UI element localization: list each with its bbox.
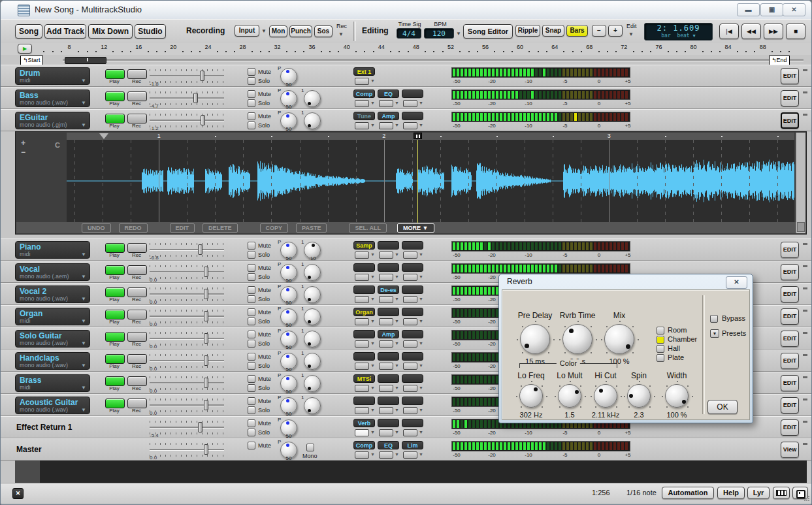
effect-slot[interactable]: De-es [378,285,399,294]
restore-button[interactable]: ▣ [760,3,783,16]
row-collapse-handle[interactable] [803,91,807,93]
room-type-checkbox-plate[interactable] [657,354,664,362]
solo-checkbox[interactable] [248,122,255,129]
hi-cut-knob[interactable] [594,384,617,408]
effect-slot-button[interactable] [355,451,369,459]
effect-slot-dropdown-icon[interactable]: ▼ [370,123,375,127]
punch-button[interactable]: Punch [289,25,312,37]
play-button[interactable]: ▶ [18,44,32,54]
mix-down-button[interactable]: Mix Down [88,24,133,39]
rec-button[interactable] [127,310,147,319]
play-button[interactable] [105,287,125,297]
close-button[interactable]: ✕ [783,3,805,16]
aux-knob[interactable] [304,286,321,303]
volume-slider[interactable] [150,449,224,451]
effect-slot-button[interactable] [379,451,393,459]
skip-start-button[interactable]: |◀ [719,24,739,39]
editor-redo-button[interactable]: REDO [119,223,148,233]
effect-slot[interactable] [378,397,399,405]
volume-slider-thumb[interactable] [204,444,208,455]
effect-slot[interactable] [378,308,399,316]
row-collapse-handle[interactable] [803,376,807,378]
mute-checkbox[interactable] [248,442,255,449]
edit-button[interactable]: EDIT [781,331,799,347]
effect-slot-dropdown-icon[interactable]: ▼ [419,101,423,105]
effect-slot-button[interactable] [355,78,369,85]
track-dropdown-icon[interactable]: ▼ [81,252,86,257]
lo-mult-knob[interactable] [558,384,581,408]
effect-slot-dropdown-icon[interactable]: ▼ [395,408,399,412]
solo-checkbox[interactable] [248,406,255,414]
track-name-box[interactable]: Pianomidi▼ [15,241,90,259]
edit-button[interactable]: EDIT [781,375,799,391]
volume-slider[interactable] [150,404,224,406]
rewind-button[interactable]: ◀◀ [741,24,761,39]
zoom-scrollbar-thumb[interactable] [65,57,106,64]
edit-button[interactable]: EDIT [781,242,799,258]
mute-checkbox[interactable] [248,90,255,98]
effect-slot-dropdown-icon[interactable]: ▼ [395,123,399,127]
input-button[interactable]: Input [235,25,259,37]
aux-knob[interactable] [304,331,321,348]
effect-slot-dropdown-icon[interactable]: ▼ [370,319,375,323]
rec-button[interactable] [127,287,147,297]
track-dropdown-icon[interactable]: ▼ [81,340,86,346]
mix-knob[interactable] [604,324,634,354]
volume-slider-thumb[interactable] [200,71,204,81]
play-button[interactable] [105,354,125,364]
lo-freq-knob[interactable] [519,384,543,408]
row-collapse-handle[interactable] [803,69,807,71]
rvrb-time-knob[interactable] [562,324,593,354]
effect-slot-dropdown-icon[interactable]: ▼ [370,101,375,105]
volume-slider-thumb[interactable] [198,422,203,432]
effect-slot-button[interactable] [379,363,393,370]
effect-slot[interactable] [402,112,423,120]
effect-slot-dropdown-icon[interactable]: ▼ [419,341,423,346]
effect-slot[interactable]: Lim [402,441,423,449]
volume-slider-thumb[interactable] [204,355,208,366]
effect-slot-button[interactable] [355,385,369,392]
effect-slot-dropdown-icon[interactable]: ▼ [370,252,375,257]
editor-zoom-in-button[interactable]: + [21,138,25,148]
aux-knob[interactable] [304,308,321,325]
effect-slot-dropdown-icon[interactable]: ▼ [395,319,399,323]
rec-button[interactable] [127,91,147,101]
marker-strip[interactable]: ↰Start ↰End [1,55,811,65]
rec-button[interactable] [127,265,147,275]
play-button[interactable] [105,91,125,101]
end-flag[interactable]: ↰End [769,56,790,65]
play-button[interactable] [105,114,125,123]
snap-button[interactable]: Snap [542,25,564,37]
start-flag[interactable]: ↰Start [20,56,43,65]
editor-scrollbar[interactable] [796,133,805,233]
mute-checkbox[interactable] [248,419,255,427]
volume-slider[interactable] [150,360,224,362]
editor-paste-button[interactable]: PASTE [296,223,327,233]
pre-delay-knob[interactable] [520,324,550,354]
row-collapse-handle[interactable] [803,265,807,267]
solo-checkbox[interactable] [248,251,255,259]
effect-slot[interactable] [402,352,423,361]
effect-slot-dropdown-icon[interactable]: ▼ [370,385,375,390]
automation-button[interactable]: Automation [662,487,714,499]
effect-slot[interactable] [378,352,399,361]
track-dropdown-icon[interactable]: ▼ [81,100,86,106]
track-name-box[interactable]: Organmidi▼ [15,308,90,325]
editor-undo-button[interactable]: UNDO [82,223,111,233]
effect-slot[interactable]: Amp [378,330,399,338]
effect-slot-dropdown-icon[interactable]: ▼ [395,274,399,279]
row-collapse-handle[interactable] [803,443,807,445]
effect-slot-dropdown-icon[interactable]: ▼ [370,78,375,83]
effect-slot-dropdown-icon[interactable]: ▼ [395,430,399,434]
solo-checkbox[interactable] [248,318,255,325]
room-type-checkbox-room[interactable] [657,327,664,334]
track-name-box[interactable]: Vocal 2mono audio (.wav)▼ [15,285,90,303]
editor-zoom-out-button[interactable]: − [21,148,25,157]
effect-slot-button[interactable] [403,407,417,414]
effect-slot-dropdown-icon[interactable]: ▼ [395,252,399,257]
effect-slot-dropdown-icon[interactable]: ▼ [370,341,375,346]
solo-checkbox[interactable] [248,384,255,392]
effect-slot-button[interactable] [355,252,369,259]
volume-slider[interactable] [150,97,224,99]
rec-button[interactable] [127,376,147,386]
